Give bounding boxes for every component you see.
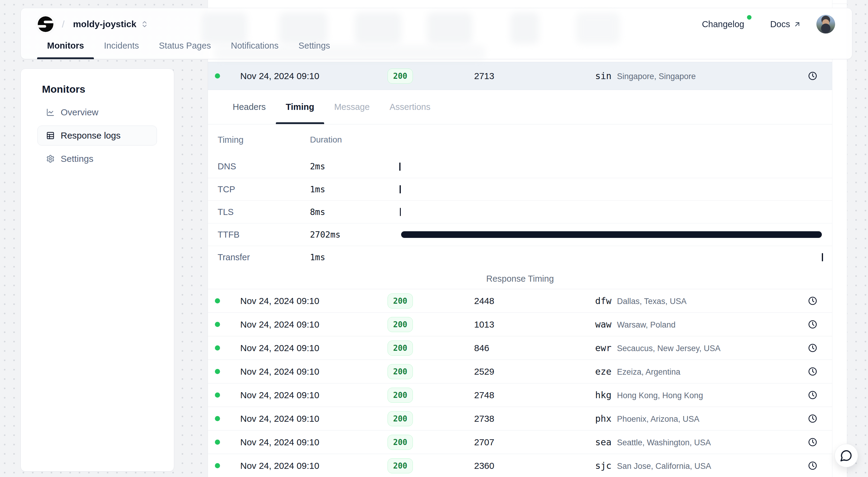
log-row[interactable]: Nov 24, 2024 09:10 200 2448 dfw Dallas, … — [208, 289, 832, 313]
chat-button[interactable] — [835, 444, 858, 467]
timing-phase-duration: 8ms — [310, 207, 399, 217]
log-latency: 846 — [439, 343, 553, 353]
clock-trigger-button[interactable] — [806, 365, 819, 378]
project-switcher-button[interactable] — [141, 20, 149, 28]
sidebar-item-settings[interactable]: Settings — [37, 149, 157, 169]
timing-phase-name: TCP — [218, 184, 310, 195]
status-badge: 200 — [388, 317, 413, 332]
detail-tabs: Headers Timing Message Assertions — [208, 90, 832, 124]
clock-trigger-button[interactable] — [806, 69, 819, 82]
log-latency: 2713 — [439, 71, 553, 81]
arrow-up-right-icon — [793, 20, 801, 28]
table-icon — [46, 131, 55, 140]
status-badge: 200 — [388, 411, 413, 426]
timing-phase-name: Transfer — [218, 252, 310, 262]
nav-tab-status-pages[interactable]: Status Pages — [149, 32, 221, 59]
avatar[interactable] — [816, 15, 835, 33]
clock-trigger-button[interactable] — [806, 412, 819, 425]
log-timestamp: Nov 24, 2024 09:10 — [240, 437, 361, 447]
clock-trigger-button[interactable] — [806, 318, 819, 331]
region-location: Secaucus, New Jersey, USA — [617, 344, 720, 353]
timing-phase-name: TTFB — [218, 230, 310, 240]
clock-trigger-button[interactable] — [806, 389, 819, 401]
status-dot — [215, 416, 220, 421]
clock-trigger-button[interactable] — [806, 341, 819, 354]
tab-assertions[interactable]: Assertions — [380, 90, 440, 124]
log-row[interactable]: Nov 24, 2024 09:10 200 2707 sea Seattle,… — [208, 430, 832, 454]
clock-trigger-button[interactable] — [806, 436, 819, 449]
tab-message[interactable]: Message — [324, 90, 380, 124]
timing-bar — [822, 253, 823, 262]
region-code: sjc — [595, 460, 612, 471]
status-dot — [215, 298, 220, 303]
clock-icon — [808, 367, 817, 376]
region-code: sea — [595, 437, 612, 447]
line-chart-icon — [46, 108, 55, 117]
tab-timing[interactable]: Timing — [276, 90, 324, 124]
sidebar-item-response-logs[interactable]: Response logs — [37, 126, 157, 146]
log-row[interactable]: Nov 24, 2024 09:10 200 1013 waw Warsaw, … — [208, 313, 832, 336]
openstatus-logo[interactable] — [38, 16, 54, 32]
clock-trigger-button[interactable] — [806, 459, 819, 472]
changelog-new-dot — [747, 15, 751, 20]
app-header: / moldy-joystick Changelog Docs Monitors… — [21, 8, 852, 59]
region-location: Seattle, Washington, USA — [617, 438, 711, 447]
status-badge: 200 — [388, 293, 413, 308]
log-row[interactable]: Nov 24, 2024 09:10 200 2738 phx Phoenix,… — [208, 407, 832, 430]
status-dot — [215, 322, 220, 327]
log-row-selected[interactable]: Nov 24, 2024 09:10 200 2713 sin Singapor… — [208, 62, 832, 90]
log-timestamp: Nov 24, 2024 09:10 — [240, 296, 361, 306]
response-logs-card: Nov 24, 2024 09:10 200 2713 sin Singapor… — [208, 0, 847, 477]
region-location: San Jose, California, USA — [617, 461, 711, 471]
timing-row: TTFB 2702ms — [208, 223, 832, 246]
sidebar-item-overview[interactable]: Overview — [37, 102, 157, 122]
nav-tab-settings[interactable]: Settings — [288, 32, 340, 59]
timing-phase-duration: 2702ms — [310, 230, 399, 240]
region-code: dfw — [595, 296, 612, 306]
region-location: Hong Kong, Hong Kong — [617, 391, 703, 400]
region-location: Dallas, Texas, USA — [617, 297, 687, 306]
timing-row: DNS 2ms — [208, 155, 832, 178]
timing-table-header: Timing Duration — [208, 124, 832, 155]
nav-tab-monitors[interactable]: Monitors — [37, 32, 94, 59]
timing-row: TCP 1ms — [208, 178, 832, 201]
status-badge: 200 — [388, 364, 413, 379]
changelog-link[interactable]: Changelog — [702, 19, 744, 29]
status-dot — [215, 463, 220, 468]
clock-icon — [808, 414, 817, 423]
duration-column-header: Duration — [310, 135, 399, 145]
chevrons-up-down-icon — [141, 20, 149, 28]
clock-trigger-button[interactable] — [806, 294, 819, 307]
timing-bar — [401, 231, 822, 238]
region-location: Singapore, Singapore — [617, 72, 696, 81]
clock-icon — [808, 296, 817, 305]
nav-tab-notifications[interactable]: Notifications — [221, 32, 288, 59]
log-latency: 2707 — [439, 437, 553, 447]
docs-link[interactable]: Docs — [770, 19, 801, 29]
region-location: Phoenix, Arizona, USA — [617, 415, 699, 424]
sidebar-title: Monitors — [42, 83, 85, 95]
main-nav: Monitors Incidents Status Pages Notifica… — [37, 32, 340, 59]
region-code: waw — [595, 319, 612, 330]
log-rows-list: Nov 24, 2024 09:10 200 2448 dfw Dallas, … — [208, 289, 832, 477]
log-timestamp: Nov 24, 2024 09:10 — [240, 390, 361, 400]
status-dot — [215, 392, 220, 397]
log-timestamp: Nov 24, 2024 09:10 — [240, 71, 361, 81]
clock-icon — [808, 461, 817, 470]
nav-tab-incidents[interactable]: Incidents — [94, 32, 149, 59]
breadcrumb: / moldy-joystick — [38, 16, 149, 32]
log-row[interactable]: Nov 24, 2024 09:10 200 2529 eze Ezeiza, … — [208, 360, 832, 383]
tab-headers[interactable]: Headers — [223, 90, 276, 124]
log-row[interactable]: Nov 24, 2024 09:10 200 846 ewr Secaucus,… — [208, 336, 832, 360]
log-latency: 2748 — [439, 390, 553, 400]
log-row[interactable]: Nov 24, 2024 09:10 200 2748 hkg Hong Kon… — [208, 383, 832, 407]
timing-phase-name: TLS — [218, 207, 310, 217]
log-latency: 1013 — [439, 320, 553, 330]
timing-phase-name: DNS — [218, 161, 310, 172]
region-location: Warsaw, Poland — [617, 320, 676, 330]
region-code: sin — [595, 71, 612, 81]
status-badge: 200 — [388, 435, 413, 450]
clock-icon — [808, 438, 817, 447]
log-timestamp: Nov 24, 2024 09:10 — [240, 366, 361, 377]
log-row[interactable]: Nov 24, 2024 09:10 200 2360 sjc San Jose… — [208, 454, 832, 477]
